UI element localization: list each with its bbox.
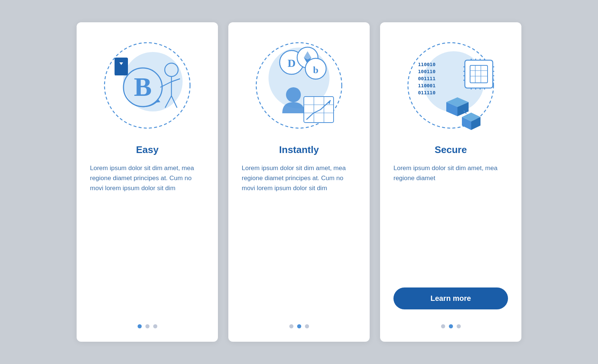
dot-1: [289, 324, 293, 328]
easy-dots: [138, 324, 157, 328]
secure-dots: [441, 324, 461, 328]
svg-text:b: b: [313, 65, 318, 75]
easy-title: Easy: [136, 144, 159, 156]
dot-1: [138, 324, 142, 328]
card-secure: 110010 100110 001111 110001 011110: [380, 22, 521, 342]
card-instantly: D b: [228, 22, 370, 342]
secure-body: Lorem ipsum dolor sit dim amet, mea regi…: [393, 163, 508, 279]
secure-illustration: 110010 100110 001111 110001 011110: [402, 37, 499, 134]
svg-text:D: D: [287, 57, 296, 69]
instantly-illustration: D b: [251, 37, 347, 134]
dot-1: [441, 324, 445, 328]
card-easy: B Easy Lorem ipsum dolor sit dim amet, m…: [77, 22, 218, 342]
easy-illustration: B: [99, 37, 196, 134]
instantly-dots: [289, 324, 309, 328]
svg-text:B: B: [134, 72, 152, 102]
dot-2: [297, 324, 301, 328]
learn-more-button[interactable]: Learn more: [393, 287, 508, 309]
svg-text:110001: 110001: [418, 83, 435, 88]
svg-text:110010: 110010: [418, 62, 435, 67]
dot-3: [305, 324, 309, 328]
dot-2: [449, 324, 453, 328]
instantly-title: Instantly: [279, 144, 319, 156]
easy-body: Lorem ipsum dolor sit dim amet, mea regi…: [90, 163, 205, 312]
svg-text:001111: 001111: [418, 76, 435, 81]
dot-3: [457, 324, 461, 328]
svg-point-1: [123, 52, 183, 111]
instantly-body: Lorem ipsum dolor sit dim amet, mea regi…: [242, 163, 356, 312]
svg-rect-37: [465, 60, 493, 88]
dot-3: [153, 324, 157, 328]
svg-point-23: [286, 87, 301, 102]
dot-2: [145, 324, 150, 328]
svg-text:011110: 011110: [418, 90, 435, 95]
svg-text:100110: 100110: [418, 69, 435, 74]
cards-container: B Easy Lorem ipsum dolor sit dim amet, m…: [77, 22, 521, 342]
svg-rect-24: [304, 97, 334, 123]
secure-title: Secure: [435, 144, 467, 156]
